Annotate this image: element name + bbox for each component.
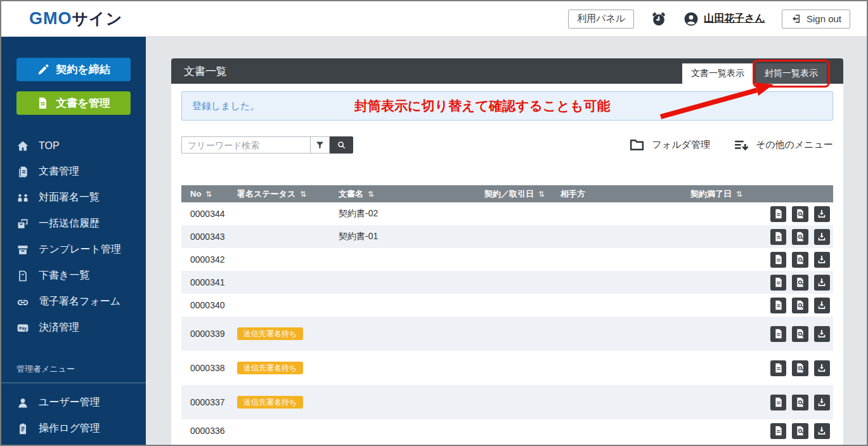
sort-icon[interactable]: ⇅ bbox=[736, 190, 742, 199]
avatar-icon bbox=[683, 11, 699, 27]
manage-documents-button[interactable]: 文書を管理 bbox=[16, 91, 131, 115]
download-button[interactable] bbox=[814, 360, 830, 376]
document-icon bbox=[774, 277, 784, 287]
document-preview-button[interactable] bbox=[792, 298, 808, 313]
page-title: 文書一覧 bbox=[184, 64, 227, 79]
sidebar-nav: TOP 文書管理 対面署名一覧 一括送信履歴 テンプレート管理 下書き一覧 bbox=[1, 133, 146, 341]
column-header-doc-name[interactable]: 文書名⇅ bbox=[330, 188, 476, 200]
document-detail-button[interactable] bbox=[770, 326, 786, 342]
folder-management-button[interactable]: フォルダ管理 bbox=[629, 137, 709, 153]
sort-icon[interactable]: ⇅ bbox=[300, 190, 306, 199]
document-detail-button[interactable] bbox=[770, 360, 786, 376]
app-logo[interactable]: GMO サイン bbox=[29, 8, 122, 29]
sidebar-item-label: 下書き一覧 bbox=[39, 269, 89, 282]
sidebar-item-payment-management[interactable]: 決済管理 bbox=[1, 315, 146, 341]
document-detail-button[interactable] bbox=[770, 298, 786, 313]
document-detail-button[interactable] bbox=[770, 275, 786, 291]
document-detail-button[interactable] bbox=[770, 395, 786, 410]
status-badge: 送信先署名待ち bbox=[237, 362, 303, 374]
header-actions: 利用パネル 山田花子さん Sign out bbox=[568, 10, 850, 29]
conclude-contract-button[interactable]: 契約を締結 bbox=[16, 58, 131, 81]
column-header-contract-date[interactable]: 契約／取引日⇅ bbox=[476, 188, 552, 200]
table-row[interactable]: 0000337 送信先署名待ち bbox=[181, 385, 833, 419]
table-row[interactable]: 0000338 送信先署名待ち bbox=[181, 351, 833, 385]
document-preview-button[interactable] bbox=[792, 252, 808, 268]
sidebar-item-template-management[interactable]: テンプレート管理 bbox=[1, 237, 146, 263]
table-row[interactable]: 0000340 bbox=[181, 294, 833, 317]
user-link[interactable]: 山田花子さん bbox=[683, 11, 765, 27]
table-row[interactable]: 0000342 bbox=[181, 248, 833, 271]
sidebar-item-operation-log[interactable]: 操作ログ管理 bbox=[1, 416, 146, 442]
document-icon bbox=[774, 426, 784, 436]
more-menu-button[interactable]: その他のメニュー bbox=[733, 137, 833, 153]
main-area: 文書一覧 文書一覧表示 封筒一覧表示 登録しました。 封筒表示に切り替えて確認す… bbox=[146, 37, 867, 445]
cell-no: 0000341 bbox=[181, 277, 228, 287]
sidebar-item-top[interactable]: TOP bbox=[1, 133, 146, 159]
document-detail-button[interactable] bbox=[770, 423, 786, 439]
conclude-contract-label: 契約を締結 bbox=[56, 62, 110, 77]
document-preview-button[interactable] bbox=[792, 326, 808, 342]
document-search-icon bbox=[795, 329, 805, 339]
sort-icon[interactable]: ⇅ bbox=[205, 190, 212, 199]
sort-icon[interactable]: ⇅ bbox=[538, 190, 545, 199]
download-button[interactable] bbox=[814, 206, 830, 222]
document-preview-button[interactable] bbox=[792, 275, 808, 291]
sidebar-item-draft-list[interactable]: 下書き一覧 bbox=[1, 263, 146, 289]
sign-out-button[interactable]: Sign out bbox=[782, 10, 850, 29]
sidebar-item-label: 一括送信履歴 bbox=[39, 217, 100, 230]
table-row[interactable]: 0000344 契約書-02 bbox=[181, 202, 833, 225]
column-header-expiry-date[interactable]: 契約満了日⇅ bbox=[682, 188, 761, 200]
sidebar-item-bulk-send-history[interactable]: 一括送信履歴 bbox=[1, 211, 146, 237]
document-search-icon bbox=[795, 426, 805, 436]
tab-envelope-list-view[interactable]: 封筒一覧表示 bbox=[756, 63, 827, 84]
cell-no: 0000343 bbox=[181, 232, 228, 242]
download-button[interactable] bbox=[814, 275, 830, 291]
link-icon bbox=[16, 296, 29, 308]
pen-icon bbox=[37, 63, 49, 76]
document-detail-button[interactable] bbox=[770, 229, 786, 245]
document-preview-button[interactable] bbox=[792, 206, 808, 222]
document-preview-button[interactable] bbox=[792, 423, 808, 439]
sidebar-item-user-management[interactable]: ユーザー管理 bbox=[1, 390, 146, 416]
column-header-status[interactable]: 署名ステータス⇅ bbox=[228, 188, 330, 200]
download-button[interactable] bbox=[814, 252, 830, 268]
document-icon bbox=[774, 397, 784, 407]
sidebar-item-document-management[interactable]: 文書管理 bbox=[1, 159, 146, 185]
documents-icon bbox=[16, 166, 29, 178]
document-detail-button[interactable] bbox=[770, 206, 786, 222]
sort-icon[interactable]: ⇅ bbox=[368, 190, 374, 199]
download-button[interactable] bbox=[814, 298, 830, 313]
document-search-icon bbox=[795, 254, 805, 265]
search-group bbox=[181, 136, 353, 154]
panel-titlebar: 文書一覧 文書一覧表示 封筒一覧表示 bbox=[171, 58, 843, 84]
cell-no: 0000339 bbox=[181, 329, 228, 339]
download-button[interactable] bbox=[814, 229, 830, 245]
download-button[interactable] bbox=[814, 326, 830, 342]
download-button[interactable] bbox=[814, 423, 830, 439]
table-row[interactable]: 0000336 bbox=[181, 419, 833, 442]
search-button[interactable] bbox=[330, 136, 353, 154]
document-list-panel: 文書一覧 文書一覧表示 封筒一覧表示 登録しました。 封筒表示に切り替えて確認す… bbox=[171, 58, 843, 445]
column-header-no[interactable]: No⇅ bbox=[181, 189, 228, 199]
table-row[interactable]: 0000339 送信先署名待ち bbox=[181, 317, 833, 351]
search-input[interactable] bbox=[181, 136, 310, 154]
column-header-partner[interactable]: 相手方 bbox=[552, 188, 682, 200]
sidebar: 契約を締結 文書を管理 TOP 文書管理 対面署名一覧 一括送信履歴 bbox=[1, 37, 146, 445]
download-button[interactable] bbox=[814, 395, 830, 410]
table-row[interactable]: 0000341 bbox=[181, 271, 833, 294]
tab-document-list-view[interactable]: 文書一覧表示 bbox=[682, 63, 753, 84]
table-row[interactable]: 0000343 契約書-01 bbox=[181, 225, 833, 248]
cell-actions bbox=[761, 206, 833, 222]
alarm-icon[interactable] bbox=[651, 11, 667, 27]
cell-actions bbox=[761, 360, 833, 376]
filter-button[interactable] bbox=[310, 136, 330, 154]
document-detail-button[interactable] bbox=[770, 252, 786, 268]
panel-body: 登録しました。 封筒表示に切り替えて確認することも可能 フォルダ管理 bbox=[171, 84, 843, 442]
document-preview-button[interactable] bbox=[792, 360, 808, 376]
usage-panel-button[interactable]: 利用パネル bbox=[568, 10, 634, 29]
sidebar-item-esignature-form[interactable]: 電子署名フォーム bbox=[1, 289, 146, 315]
cell-actions bbox=[761, 229, 833, 245]
sidebar-item-face-to-face-signing[interactable]: 対面署名一覧 bbox=[1, 185, 146, 211]
document-preview-button[interactable] bbox=[792, 229, 808, 245]
document-preview-button[interactable] bbox=[792, 395, 808, 410]
